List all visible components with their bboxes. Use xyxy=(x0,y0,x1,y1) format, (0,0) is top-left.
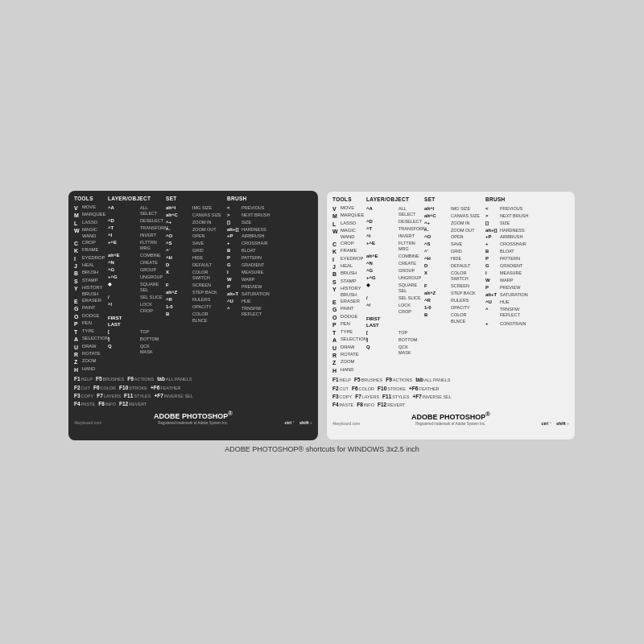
fn-item: F2CUT xyxy=(332,386,349,393)
tool-row: UDRAW xyxy=(74,344,105,351)
tool-row: ODODGE xyxy=(332,314,363,321)
set-row: DDEFAULT xyxy=(424,262,482,269)
tool-row: VMOVE xyxy=(332,205,363,213)
shortcut-row: ^NCREATE xyxy=(366,260,421,266)
fn-item: F10STROKE xyxy=(378,386,406,393)
light-tools-list: VMOVE MMARQUEE LLASSO WMAGIC WAND CCROP … xyxy=(332,205,363,375)
brush-row: alt+TSATURATION xyxy=(227,291,277,297)
shortcut-row: ◆SQUARE SEL xyxy=(108,281,163,294)
light-layer-col: LAYER/OBJECT ^AALL SELECT ^DDESELECT ^TT… xyxy=(366,196,421,374)
brush-row: PPREVIEW xyxy=(485,284,535,291)
tool-row: UDRAW xyxy=(332,345,363,352)
brush-row: IMEASURE xyxy=(485,270,535,276)
light-brand-name: ADOBE PHOTOSHOP® xyxy=(360,411,541,422)
shortcut-row: ^TTRANSFORM xyxy=(108,225,163,231)
light-brush-col: BRUSH <PREVIOUS >NEXT BRUSH []SIZE alt+[… xyxy=(485,196,535,374)
set-row: ^+ZOOM IN xyxy=(166,219,224,225)
fn-item: +F7INVERSE SEL xyxy=(154,393,192,400)
set-row: ^HHIDE xyxy=(424,255,482,262)
fn-item: F1HELP xyxy=(74,376,93,383)
tool-row: EERASER xyxy=(74,298,105,305)
tool-row: LLASSO xyxy=(332,221,363,228)
fn-item: F6COLOR xyxy=(93,385,116,392)
tool-row: KFRAME xyxy=(74,247,105,254)
brush-row: ^UHUE xyxy=(227,298,277,304)
fn-item: tabALL PANELS xyxy=(415,377,450,384)
light-fn-row-2: F2CUT F6COLOR F10STROKE +F6FEATHER xyxy=(332,386,569,393)
set-row: ^-ZOOM OUT xyxy=(166,226,224,233)
brush-row: GGRADIENT xyxy=(227,262,277,268)
tool-row: ASELECTION xyxy=(332,336,363,344)
set-row: ^`GRID xyxy=(424,248,482,254)
set-row: FSCREEN xyxy=(424,283,482,289)
set-row: DDEFAULT xyxy=(166,262,224,268)
shortcut-row: +^GUNGROUP xyxy=(366,275,421,281)
set-row: alt^IIMG SIZE xyxy=(424,205,482,212)
fn-item: F11STYLES xyxy=(382,394,409,401)
shortcut-row: ◆SQUARE SEL xyxy=(366,282,421,295)
tool-row: TTYPE xyxy=(332,329,363,336)
dark-card-inner: TOOLS VMOVE MMARQUEE LLASSO WMAGIC WAND … xyxy=(74,196,312,374)
fn-item: tabALL PANELS xyxy=(157,376,192,383)
set-row: ^`GRID xyxy=(166,247,224,254)
brush-row: +PAIRBRUSH xyxy=(485,233,535,240)
fn-item: F3COPY xyxy=(74,393,93,400)
fn-item: F3COPY xyxy=(332,394,352,401)
brush-row: alt+[]HARDNESS xyxy=(227,226,277,233)
dark-fn-row-1: F1HELP F5BRUSHES F9ACTIONS tabALL PANELS xyxy=(74,376,312,383)
fn-item: F12REVERT xyxy=(119,401,147,408)
set-row: alt^ZSTEP BACK xyxy=(424,290,482,296)
dark-brush-header: BRUSH xyxy=(227,196,277,203)
tool-row: LLASSO xyxy=(74,220,105,227)
set-row: alt^CCANVAS SIZE xyxy=(166,212,224,218)
light-brand-url: 4keyboard.com xyxy=(332,421,360,427)
shortcut-row: ^DDESELECT xyxy=(108,217,163,224)
brush-row: >NEXT BRUSH xyxy=(485,213,535,219)
tool-row: MMARQUEE xyxy=(74,212,105,219)
fn-item: F9ACTIONS xyxy=(386,377,412,384)
dark-set-header: SET xyxy=(166,196,224,203)
shortcut-row: ]BOTTOM xyxy=(366,336,421,343)
fn-item: F4PASTE xyxy=(332,402,353,409)
tool-row: WMAGIC WAND xyxy=(74,227,105,240)
brush-row: BBLOAT xyxy=(227,247,277,254)
light-tools-col: TOOLS VMOVE MMARQUEE LLASSO WMAGIC WAND … xyxy=(332,196,363,374)
tool-row: ODODGE xyxy=(74,313,105,320)
shortcut-row: +^EFLTTRN MRG xyxy=(366,240,421,253)
shortcut-row: alt^ECOMBINE xyxy=(108,252,163,258)
light-fn-row-3: F3COPY F7LAYERS F11STYLES +F7INVERSE SEL xyxy=(332,394,569,401)
dark-fn-row-3: F3COPY F7LAYERS F11STYLES +F7INVERSE SEL xyxy=(74,393,312,400)
light-card: TOOLS VMOVE MMARQUEE LLASSO WMAGIC WAND … xyxy=(326,191,576,440)
dark-brand-url: 4keyboard.com xyxy=(74,420,101,426)
shortcut-row: +^EFLTTRN MRG xyxy=(108,239,163,252)
set-row: ^RRULERS xyxy=(424,297,482,303)
dark-tools-header: TOOLS xyxy=(74,196,105,203)
shortcut-row: [TOP xyxy=(108,328,163,335)
shortcut-row: ^NCREATE xyxy=(108,259,163,266)
light-fn-section: F1HELP F5BRUSHES F9ACTIONS tabALL PANELS… xyxy=(332,377,569,409)
fn-item: +F6FEATHER xyxy=(409,386,440,393)
fn-item: F8INFO xyxy=(357,402,374,409)
tool-row: TTYPE xyxy=(74,328,105,336)
dark-layer-col: LAYER/OBJECT ^AALL SELECT ^DDESELECT ^TT… xyxy=(108,196,163,374)
light-brush-header: BRUSH xyxy=(485,196,535,204)
dark-layer-header: LAYER/OBJECT xyxy=(108,196,163,203)
tool-row: GPAINT xyxy=(74,305,105,312)
fn-item: F5BRUSHES xyxy=(96,376,124,383)
fn-item: F11STYLES xyxy=(124,393,151,400)
shortcut-row: /SEL SLICE xyxy=(108,294,163,300)
cards-row: TOOLS VMOVE MMARQUEE LLASSO WMAGIC WAND … xyxy=(68,191,576,440)
tool-row: SSTAMP xyxy=(74,278,105,285)
tool-row: SSTAMP xyxy=(332,279,363,286)
set-row: BCOLOR BLNCE xyxy=(424,312,482,324)
fn-item: F8INFO xyxy=(98,401,116,408)
tool-row: YHISTORY BRUSH xyxy=(332,286,363,299)
shortcut-row: ^AALL SELECT xyxy=(366,205,421,218)
shortcut-row: /SEL SLICE xyxy=(366,295,421,301)
tool-row: JHEAL xyxy=(74,262,105,270)
dark-brush-col: BRUSH <PREVIOUS >NEXT BRUSH []SIZE alt+[… xyxy=(227,196,277,374)
tool-row: MMARQUEE xyxy=(332,213,363,220)
brush-row: +PAIRBRUSH xyxy=(227,233,277,239)
brush-row: PPREVIEW xyxy=(227,283,277,290)
fn-item: F1HELP xyxy=(332,377,351,384)
